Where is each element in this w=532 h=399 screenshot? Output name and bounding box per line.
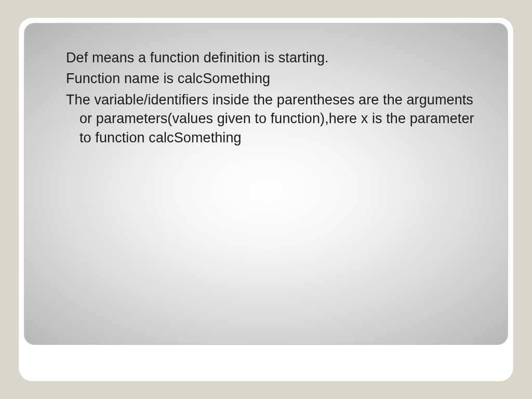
slide-outer-card: Def means a function definition is start… (19, 18, 513, 381)
slide-line-1: Def means a function definition is start… (66, 48, 476, 67)
slide-paragraph: The variable/identifiers inside the pare… (66, 90, 476, 147)
slide-line-2: Function name is calcSomething (66, 69, 476, 88)
slide-inner-card: Def means a function definition is start… (24, 23, 508, 345)
